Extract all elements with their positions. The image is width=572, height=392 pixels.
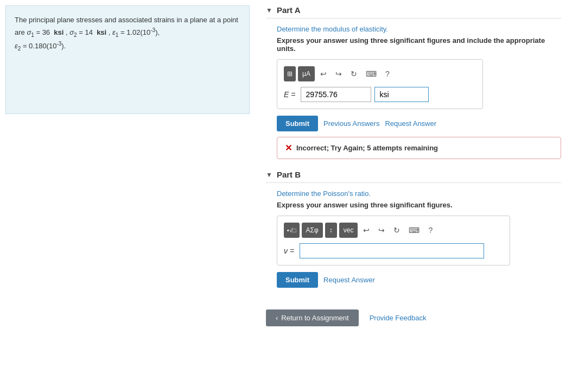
return-to-assignment-button[interactable]: ‹ Return to Assignment [266, 309, 359, 326]
x-icon: ✕ [285, 143, 292, 153]
part-a-feedback-text: Incorrect; Try Again; 5 attempts remaini… [296, 144, 438, 152]
part-a-question: Determine the modulus of elasticity. [277, 25, 561, 33]
part-a-value-input[interactable] [301, 87, 371, 102]
part-b-value-input[interactable] [300, 243, 484, 258]
part-b-eq-label: ν = [284, 246, 294, 255]
refresh-button[interactable]: ↻ [347, 68, 360, 79]
return-label: Return to Assignment [281, 314, 348, 322]
part-b-matrix-button[interactable]: ▪√□ [284, 223, 300, 238]
part-b-submit-button[interactable]: Submit [277, 272, 318, 288]
part-b-vec-button[interactable]: vec [339, 223, 358, 238]
part-a-request-answer-link[interactable]: Request Answer [385, 119, 436, 128]
help-button-b[interactable]: ? [425, 225, 436, 236]
part-b-label: Part B [277, 170, 301, 179]
part-a-feedback-box: ✕ Incorrect; Try Again; 5 attempts remai… [277, 137, 561, 159]
part-a-section: ▼ Part A Determine the modulus of elasti… [266, 5, 561, 159]
help-button-a[interactable]: ? [382, 68, 393, 79]
vec-label: vec [344, 226, 354, 234]
part-b-instruction: Express your answer using three signific… [277, 201, 561, 209]
part-b-sigma-button[interactable]: ΑΣφ [302, 223, 323, 238]
part-b-content: Determine the Poisson's ratio. Express y… [266, 189, 561, 288]
part-a-previous-answers-link[interactable]: Previous Answers [323, 119, 379, 128]
part-a-unit-input[interactable] [374, 87, 429, 102]
part-b-question: Determine the Poisson's ratio. [277, 189, 561, 198]
part-b-undo-button[interactable]: ↩ [360, 225, 373, 236]
part-a-input-row: E = [284, 87, 476, 102]
part-b-actions: Submit Request Answer [277, 272, 561, 288]
part-a-actions: Submit Previous Answers Request Answer [277, 116, 561, 131]
part-a-chevron[interactable]: ▼ [266, 7, 272, 14]
mu-label: μA [302, 70, 310, 78]
part-b-answer-box: ▪√□ ΑΣφ ↕ vec ↩ ↪ ↻ [277, 216, 510, 265]
part-a-eq-label: E = [284, 90, 295, 99]
part-b-updown-button[interactable]: ↕ [325, 223, 337, 238]
sigma-label: ΑΣφ [306, 226, 319, 234]
part-a-header: ▼ Part A [266, 5, 561, 18]
matrix-icon: ▪√□ [287, 227, 296, 233]
part-a-toolbar: ⊞ μA ↩ ↪ ↻ ⌨ ? [284, 66, 476, 81]
grid-icon: ⊞ [287, 70, 293, 78]
part-b-section: ▼ Part B Determine the Poisson's ratio. … [266, 170, 561, 288]
grid-button[interactable]: ⊞ [284, 66, 296, 81]
part-b-redo-button[interactable]: ↪ [375, 225, 388, 236]
part-b-keyboard-button[interactable]: ⌨ [405, 225, 423, 236]
problem-statement: The principal plane stresses and associa… [5, 5, 250, 114]
part-b-header: ▼ Part B [266, 170, 561, 183]
right-panel: ▼ Part A Determine the modulus of elasti… [255, 0, 572, 392]
return-chevron-icon: ‹ [276, 314, 278, 322]
part-a-answer-box: ⊞ μA ↩ ↪ ↻ ⌨ ? E = [277, 59, 483, 109]
mu-button[interactable]: μA [298, 66, 315, 81]
part-b-toolbar: ▪√□ ΑΣφ ↕ vec ↩ ↪ ↻ [284, 223, 503, 238]
part-b-request-answer-link[interactable]: Request Answer [323, 276, 375, 284]
keyboard-button[interactable]: ⌨ [363, 68, 380, 79]
updown-icon: ↕ [329, 226, 333, 234]
redo-button[interactable]: ↪ [332, 68, 345, 79]
bottom-bar: ‹ Return to Assignment Provide Feedback [266, 304, 561, 332]
part-b-chevron[interactable]: ▼ [266, 171, 272, 179]
part-a-submit-button[interactable]: Submit [277, 116, 318, 131]
part-b-input-row: ν = [284, 243, 503, 258]
part-a-content: Determine the modulus of elasticity. Exp… [266, 25, 561, 159]
part-b-refresh-button[interactable]: ↻ [390, 225, 403, 236]
problem-text: The principal plane stresses and associa… [15, 16, 238, 50]
part-a-instruction: Express your answer using three signific… [277, 36, 561, 53]
undo-button[interactable]: ↩ [317, 68, 330, 79]
part-a-label: Part A [277, 5, 301, 15]
provide-feedback-link[interactable]: Provide Feedback [370, 314, 427, 322]
